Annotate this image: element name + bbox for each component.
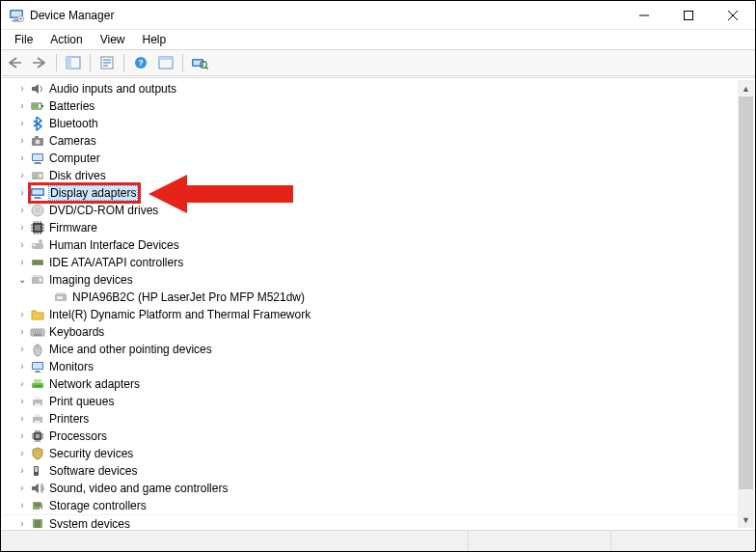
vertical-scrollbar[interactable]: ▲ ▼ xyxy=(738,80,754,528)
collapse-icon[interactable]: ⌄ xyxy=(16,275,28,285)
tree-item-label: Software devices xyxy=(49,464,137,478)
maximize-button[interactable] xyxy=(666,1,711,30)
tree-item-label: Human Interface Devices xyxy=(49,238,179,252)
svg-rect-42 xyxy=(33,275,42,277)
tree-item-hid[interactable]: ›Human Interface Devices xyxy=(3,236,738,254)
toolbar-help-button[interactable]: ? xyxy=(129,52,152,73)
ide-icon xyxy=(30,255,45,270)
window-title: Device Manager xyxy=(30,9,114,22)
tree-item-printers[interactable]: ›Printers xyxy=(3,410,738,428)
expand-icon[interactable]: › xyxy=(16,397,28,406)
tree-item-npia[interactable]: NPIA96B2C (HP LaserJet Pro MFP M521dw) xyxy=(3,289,738,306)
expand-icon[interactable]: › xyxy=(16,519,28,529)
svg-point-20 xyxy=(36,140,40,145)
tree-item-monitors[interactable]: ›Monitors xyxy=(3,358,738,375)
scroll-up-button[interactable]: ▲ xyxy=(738,80,754,97)
tree-item-network[interactable]: ›Network adapters xyxy=(3,375,738,393)
tree-item-storage[interactable]: ›Storage controllers xyxy=(3,497,738,514)
tree-item-firmware[interactable]: ›Firmware xyxy=(3,219,738,236)
svg-rect-54 xyxy=(34,379,41,383)
tree-item-disk[interactable]: ›Disk drives xyxy=(3,167,738,184)
expand-icon[interactable]: › xyxy=(16,136,28,146)
camera-icon xyxy=(30,133,45,149)
menu-action[interactable]: Action xyxy=(42,32,90,47)
speaker-icon xyxy=(30,81,45,97)
toolbar-separator xyxy=(56,54,57,71)
expand-icon[interactable]: › xyxy=(16,258,28,267)
menu-help[interactable]: Help xyxy=(135,32,175,47)
system-icon xyxy=(30,516,45,529)
svg-point-39 xyxy=(39,239,42,243)
expand-icon[interactable]: › xyxy=(16,153,28,163)
svg-rect-28 xyxy=(33,178,37,179)
tree-item-mice[interactable]: ›Mice and other pointing devices xyxy=(3,341,738,358)
dvd-icon xyxy=(30,203,45,218)
tree-item-batteries[interactable]: ›Batteries xyxy=(3,97,738,115)
minimize-button[interactable] xyxy=(622,1,666,30)
close-button[interactable] xyxy=(711,1,755,30)
toolbar-back-button[interactable] xyxy=(3,52,26,73)
expand-icon[interactable]: › xyxy=(16,84,28,94)
tree-item-security[interactable]: ›Security devices xyxy=(3,445,738,462)
expand-icon[interactable]: › xyxy=(16,483,28,493)
svg-rect-52 xyxy=(35,372,40,373)
toolbar-show-hidden-button[interactable] xyxy=(154,52,177,73)
svg-rect-59 xyxy=(35,414,40,417)
expand-icon[interactable]: › xyxy=(16,345,28,354)
expand-icon[interactable]: › xyxy=(16,362,28,372)
tree-item-printq[interactable]: ›Print queues xyxy=(3,393,738,410)
expand-icon[interactable]: › xyxy=(16,379,28,389)
tree-item-computer[interactable]: ›Computer xyxy=(3,150,738,167)
scroll-thumb[interactable] xyxy=(739,97,753,489)
expand-icon[interactable]: › xyxy=(16,119,28,128)
menu-view[interactable]: View xyxy=(93,32,133,47)
tree-item-label: System devices xyxy=(49,517,130,529)
security-icon xyxy=(30,446,45,461)
menu-file[interactable]: File xyxy=(7,32,40,47)
tree-item-label: Mice and other pointing devices xyxy=(49,343,212,356)
toolbar-forward-button[interactable] xyxy=(28,52,51,73)
expand-icon[interactable]: › xyxy=(16,466,28,476)
svg-rect-32 xyxy=(34,198,41,199)
expand-icon[interactable]: › xyxy=(16,310,28,319)
computer-icon xyxy=(30,151,45,166)
toolbar-scan-button[interactable] xyxy=(188,52,211,73)
tree-item-processors[interactable]: ›Processors xyxy=(3,428,738,445)
expand-icon[interactable]: › xyxy=(16,188,28,198)
toolbar-console-tree-button[interactable] xyxy=(62,52,85,73)
tree-item-software[interactable]: ›Software devices xyxy=(3,462,738,480)
scanner-icon xyxy=(53,290,68,305)
tree-item-display[interactable]: ›Display adapters xyxy=(3,184,738,202)
tree-item-system[interactable]: ›System devices xyxy=(3,514,738,528)
titlebar: Device Manager xyxy=(1,1,755,30)
svg-rect-64 xyxy=(35,467,38,472)
svg-point-27 xyxy=(39,174,42,178)
expand-icon[interactable]: › xyxy=(16,449,28,458)
tree-item-keyboards[interactable]: ›Keyboards xyxy=(3,323,738,341)
expand-icon[interactable]: › xyxy=(16,223,28,233)
tree-item-dvd[interactable]: ›DVD/CD-ROM drives xyxy=(3,202,738,219)
tree-item-cameras[interactable]: ›Cameras xyxy=(3,132,738,150)
tree-item-ide[interactable]: ›IDE ATA/ATAPI controllers xyxy=(3,254,738,271)
device-tree[interactable]: ›Audio inputs and outputs›Batteries›Blue… xyxy=(3,80,738,528)
tree-item-audio[interactable]: ›Audio inputs and outputs xyxy=(3,80,738,97)
tree-item-bluetooth[interactable]: ›Bluetooth xyxy=(3,115,738,132)
toolbar-separator xyxy=(90,54,91,71)
expand-icon[interactable]: › xyxy=(16,414,28,424)
tree-item-label: Printers xyxy=(49,412,89,426)
tree-item-imaging[interactable]: ⌄Imaging devices xyxy=(3,271,738,289)
scroll-down-button[interactable]: ▼ xyxy=(738,511,754,528)
tree-item-sound[interactable]: ›Sound, video and game controllers xyxy=(3,480,738,497)
expand-icon[interactable]: › xyxy=(16,240,28,250)
tree-item-intel[interactable]: ›Intel(R) Dynamic Platform and Thermal F… xyxy=(3,306,738,323)
expand-icon[interactable]: › xyxy=(16,431,28,441)
expand-icon[interactable]: › xyxy=(16,501,28,511)
expand-icon[interactable]: › xyxy=(16,206,28,215)
tree-item-label: Keyboards xyxy=(49,325,104,339)
expand-icon[interactable]: › xyxy=(16,171,28,180)
expand-icon[interactable]: › xyxy=(16,327,28,337)
menubar: File Action View Help xyxy=(1,30,755,49)
toolbar-properties-button[interactable] xyxy=(95,52,119,73)
mouse-icon xyxy=(30,342,45,357)
expand-icon[interactable]: › xyxy=(16,101,28,111)
